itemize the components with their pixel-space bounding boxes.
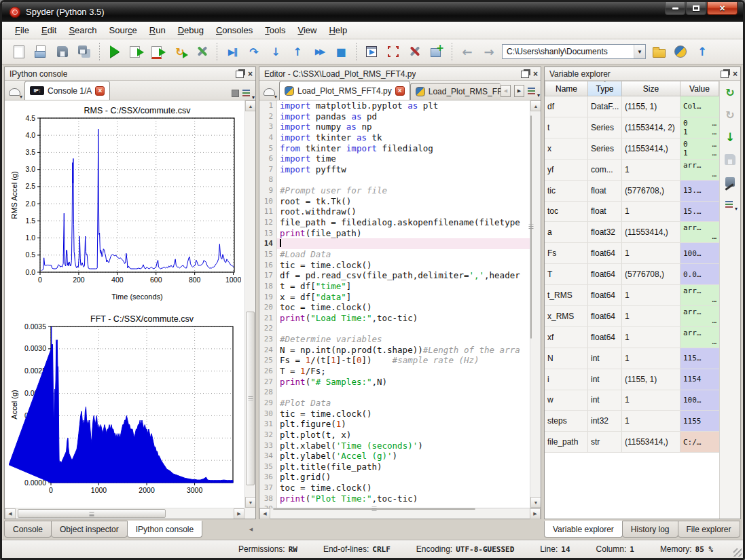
variable-row-xf[interactable]: xffloat641arr…… xyxy=(545,327,719,348)
column-header-size[interactable]: Size xyxy=(622,81,680,96)
code-line-29[interactable]: 29#Plot Data xyxy=(259,398,530,409)
scroll-right-icon[interactable]: ▶ xyxy=(234,508,244,519)
menu-edit[interactable]: Edit xyxy=(35,23,62,37)
tab-console[interactable]: Console xyxy=(4,521,52,538)
scroll-left-icon[interactable]: ◀ xyxy=(5,508,16,519)
code-line-2[interactable]: 2import pandas as pd xyxy=(259,111,530,122)
menu-file[interactable]: File xyxy=(9,23,35,37)
variable-row-steps[interactable]: stepsint3211155 xyxy=(545,411,719,432)
preferences-button[interactable] xyxy=(406,43,424,60)
run-cell-button[interactable] xyxy=(128,43,145,60)
maximize-pane-button[interactable] xyxy=(363,43,380,60)
console-vscroll-thumb[interactable] xyxy=(246,312,255,485)
code-line-15[interactable]: 15#Load Data xyxy=(259,249,530,260)
import-data-button[interactable]: ↓ xyxy=(723,130,738,145)
column-header-value[interactable]: Value xyxy=(680,81,719,96)
code-line-11[interactable]: 11root.withdraw() xyxy=(259,206,530,217)
save-file-button[interactable] xyxy=(54,43,71,60)
step-return-button[interactable]: ↑ xyxy=(289,43,306,60)
console-horizontal-scrollbar[interactable]: ◀ ▶ xyxy=(5,508,244,519)
code-line-30[interactable]: 30tic = time.clock() xyxy=(259,409,530,419)
resize-grip-icon[interactable] xyxy=(733,548,742,557)
undock-pane-icon[interactable] xyxy=(236,71,244,78)
variable-row-Fs[interactable]: Fsfloat641100… xyxy=(545,243,719,264)
code-area[interactable]: 1import matplotlib.pyplot as plt2import … xyxy=(259,100,530,508)
tab-scroll-left-icon[interactable]: ◀ xyxy=(501,85,511,97)
menu-tools[interactable]: Tools xyxy=(259,23,291,37)
save-data-button[interactable] xyxy=(723,152,738,167)
code-line-33[interactable]: 33plt.xlabel('Time (seconds)') xyxy=(259,441,530,451)
menu-help[interactable]: Help xyxy=(323,23,353,37)
editor-hscroll-thumb[interactable] xyxy=(273,508,475,510)
code-line-32[interactable]: 32plt.plot(t, x) xyxy=(259,430,530,441)
code-line-35[interactable]: 35plt.title(file_path) xyxy=(259,462,530,472)
step-over-button[interactable]: ↷ xyxy=(245,43,263,60)
variable-row-t_RMS[interactable]: t_RMSfloat641arr…… xyxy=(545,285,719,306)
variable-row-a[interactable]: afloat32(11553414,)arr…… xyxy=(545,222,719,243)
step-into-button[interactable]: ↓ xyxy=(267,43,285,60)
menu-run[interactable]: Run xyxy=(143,23,172,37)
run-cell-advance-button[interactable] xyxy=(149,43,167,60)
forward-button[interactable]: → xyxy=(480,43,498,60)
code-line-24[interactable]: 24N = np.int(np.prod(t.shape))#Length of… xyxy=(259,345,530,356)
code-line-18[interactable]: 18t = df["time"] xyxy=(259,281,530,292)
back-button[interactable]: ← xyxy=(458,43,476,60)
editor-vertical-scrollbar[interactable]: ▲ ▼ xyxy=(530,100,541,508)
scroll-left-icon[interactable]: ◀ xyxy=(259,508,270,519)
browse-tabs-icon[interactable] xyxy=(9,88,20,96)
code-line-31[interactable]: 31plt.figure(1) xyxy=(259,419,530,430)
console-content[interactable]: 020040060080010000.00.51.01.52.02.53.03.… xyxy=(5,100,255,519)
variable-row-x_RMS[interactable]: x_RMSfloat641arr…… xyxy=(545,306,719,327)
editor-tab-active[interactable]: Load_Plot_RMS_FFT4.py xyxy=(279,81,410,100)
menu-search[interactable]: Search xyxy=(62,23,103,37)
code-line-9[interactable]: 9#Prompt user for file xyxy=(259,185,530,196)
maximize-button[interactable] xyxy=(686,2,706,15)
code-line-19[interactable]: 19x = df["data"] xyxy=(259,292,530,303)
scroll-down-icon[interactable]: ▼ xyxy=(530,497,541,508)
options-button[interactable] xyxy=(723,197,738,212)
debug-file-button[interactable]: ▶‖ xyxy=(223,43,241,60)
refresh-button[interactable]: ↻ xyxy=(723,85,738,100)
code-line-25[interactable]: 25Fs = 1/(t[1]-t[0]) #sample rate (Hz) xyxy=(259,355,530,366)
browse-tabs-icon[interactable] xyxy=(264,88,275,96)
code-line-23[interactable]: 23#Determine variables xyxy=(259,334,530,345)
variable-row-t[interactable]: tSeries(11553414, 2)0…1… xyxy=(545,117,719,138)
tab-scroll-right-icon[interactable]: ▶ xyxy=(514,85,524,97)
column-header-name[interactable]: Name xyxy=(545,81,588,96)
variable-row-df[interactable]: dfDataF...(1155, 1)Col… xyxy=(545,96,719,117)
undock-pane-icon[interactable] xyxy=(521,71,529,78)
column-header-type[interactable]: Typeˆ xyxy=(588,81,622,96)
tab-history-log[interactable]: History log xyxy=(622,521,678,538)
menu-consoles[interactable]: Consoles xyxy=(210,23,259,37)
close-pane-icon[interactable] xyxy=(248,70,253,78)
code-line-3[interactable]: 3import numpy as np xyxy=(259,122,530,132)
code-line-10[interactable]: 10root = tk.Tk() xyxy=(259,196,530,207)
tab-object-inspector[interactable]: Object inspector xyxy=(51,521,128,538)
tab-file-explorer[interactable]: File explorer xyxy=(678,521,740,538)
code-line-17[interactable]: 17df = pd.read_csv(file_path,delimiter='… xyxy=(259,270,530,281)
variable-row-T[interactable]: Tfloat64(5776708,)0.0… xyxy=(545,264,719,285)
close-pane-icon[interactable] xyxy=(733,70,738,78)
variable-row-w[interactable]: wint1100… xyxy=(545,390,719,411)
new-file-button[interactable] xyxy=(10,43,28,60)
code-line-38[interactable]: 38print("Plot Time:",toc-tic) xyxy=(259,493,530,504)
debug-continue-button[interactable]: ▶▶ xyxy=(310,43,328,60)
variable-row-toc[interactable]: tocfloat115.… xyxy=(545,202,719,223)
variable-row-x[interactable]: xSeries(11553414,)0…1… xyxy=(545,138,719,160)
scroll-up-icon[interactable]: ▲ xyxy=(245,100,255,111)
save-all-button[interactable] xyxy=(75,43,93,60)
code-line-16[interactable]: 16tic = time.clock() xyxy=(259,260,530,271)
close-button[interactable]: × xyxy=(707,2,738,15)
code-line-14[interactable]: 14 xyxy=(259,238,530,249)
code-line-26[interactable]: 26T = 1/Fs; xyxy=(259,366,530,377)
variable-row-N[interactable]: Nint1115… xyxy=(545,348,719,369)
tab-variable-explorer[interactable]: Variable explorer xyxy=(544,521,623,538)
code-line-39[interactable]: 39 xyxy=(259,504,530,508)
combo-dropdown-icon[interactable]: ▼ xyxy=(634,45,645,58)
scroll-right-icon[interactable]: ▶ xyxy=(530,508,541,519)
console-hscroll-thumb[interactable] xyxy=(18,509,166,518)
code-line-6[interactable]: 6import time xyxy=(259,153,530,164)
code-line-1[interactable]: 1import matplotlib.pyplot as plt xyxy=(259,100,530,111)
editor-tab-inactive[interactable]: Load_Plot_RMS_FFTW xyxy=(410,83,501,100)
close-tab-icon[interactable] xyxy=(95,86,105,96)
